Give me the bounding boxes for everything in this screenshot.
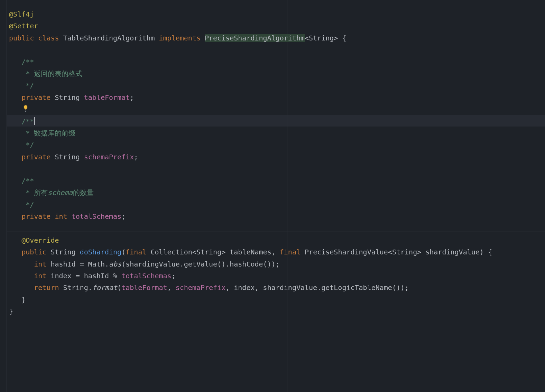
type-string: String [55,153,80,161]
call-getvalue: getValue [184,260,217,268]
javadoc-body: * 数据库的前缀 [21,129,75,137]
keyword-int: int [55,212,67,221]
punc: ) [400,283,405,292]
punc: . [88,283,92,292]
punc: ) [271,260,276,268]
javadoc-close: */ [21,81,34,90]
punc: > [417,248,421,256]
punc: ; [134,153,138,161]
punc: ( [217,260,221,268]
keyword-final: final [280,248,301,256]
keyword-public: public [9,34,34,42]
punc: = [76,260,88,268]
keyword-implements: implements [159,34,201,42]
local-index: index [50,272,71,280]
javadoc-body: 的数量 [73,188,94,197]
svg-rect-1 [25,111,26,111]
keyword-private: private [21,153,50,161]
punc: { [342,34,346,42]
type-string: String [196,248,221,256]
lightbulb-icon[interactable] [23,105,28,112]
local-hashid: hashId [50,260,75,268]
punc: ; [276,260,280,268]
type-string: String [309,34,334,42]
code-editor[interactable]: @Slf4j @Setter public class TableShardin… [0,0,545,392]
field-tableformat: tableFormat [84,93,130,102]
call-getlogictablename: getLogicTableName [321,283,392,292]
svg-rect-2 [25,111,26,112]
punc: . [317,283,321,292]
type-string: String [63,283,88,292]
field-totalschemas: totalSchemas [121,272,172,280]
javadoc-open: /** [21,117,34,125]
editor-gutter [0,0,7,392]
javadoc-close: */ [21,200,34,209]
javadoc-body: * 返回的表的格式 [21,69,82,78]
punc: ; [130,93,134,102]
type-precise-sharding-algorithm: PreciseShardingAlgorithm [205,34,305,42]
punc: } [9,307,13,316]
type-preciseshardingvalue: PreciseShardingValue [305,248,388,256]
punc: > [221,248,225,256]
punc: . [180,260,184,268]
punc: , [167,283,172,292]
text-caret [34,117,35,125]
punc: > [334,34,338,42]
punc: ) [221,260,225,268]
punc: . [105,260,109,268]
keyword-int: int [34,260,46,268]
type-collection: Collection [150,248,192,256]
local-index: index [234,283,255,292]
method-separator [7,232,545,232]
punc: ( [263,260,267,268]
punc: < [388,248,392,256]
punc: ( [121,248,126,256]
keyword-public: public [21,248,46,256]
punc: } [21,296,26,304]
method-dosharding: doSharding [80,248,121,256]
param-shardingvalue: shardingValue [126,260,180,268]
punc: ( [121,260,126,268]
param-shardingvalue: shardingValue [425,248,480,256]
javadoc-open: /** [21,177,34,185]
class-name: TableShardingAlgorithm [63,34,155,42]
javadoc-body-italic: schema [48,188,73,197]
punc: ) [480,248,484,256]
keyword-final: final [126,248,146,256]
code-content[interactable]: @Slf4j @Setter public class TableShardin… [7,0,545,318]
field-schemaprefix: schemaPrefix [176,283,226,292]
code-area[interactable]: @Slf4j @Setter public class TableShardin… [7,0,545,392]
punc: ; [121,212,126,221]
punc: , [255,283,259,292]
punc: ( [392,283,396,292]
keyword-private: private [21,212,50,221]
punc: = [72,272,84,280]
punc: , [225,283,230,292]
punc: ; [405,283,409,292]
param-shardingvalue: shardingValue [263,283,317,292]
punc: < [192,248,196,256]
keyword-int: int [34,272,46,280]
svg-rect-0 [25,110,27,111]
punc: { [488,248,492,256]
keyword-return: return [34,283,59,292]
punc: ) [267,260,271,268]
field-tableformat: tableFormat [121,283,167,292]
field-totalschemas: totalSchemas [72,212,122,221]
punc: . [225,260,230,268]
javadoc-body: * 所有 [21,188,48,197]
type-string: String [55,93,80,102]
annotation-slf4j: @Slf4j [9,10,34,18]
call-abs: abs [109,260,121,268]
keyword-class: class [38,34,59,42]
local-hashid: hashId [84,272,109,280]
annotation-setter: @Setter [9,22,38,30]
annotation-override: @Override [21,236,59,244]
keyword-private: private [21,93,50,102]
call-hashcode: hashCode [230,260,263,268]
punc: ; [172,272,176,280]
type-string: String [392,248,417,256]
punc: ) [396,283,400,292]
javadoc-close: */ [21,141,34,149]
punc: ( [117,283,121,292]
